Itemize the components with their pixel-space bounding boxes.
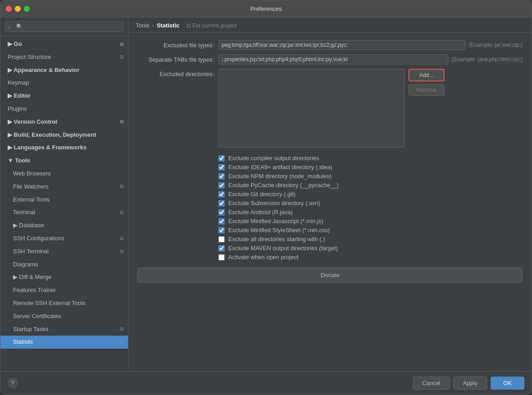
checkbox-row-exclude-idea9: Exclude IDEA9+ artifact directory (.idea…: [218, 164, 523, 171]
checkbox-row-exclude-android: Exclude Android (R.java): [218, 209, 523, 215]
maximize-button[interactable]: [24, 6, 30, 12]
separate-tabs-hint: (Example: java;php;html;css;): [452, 54, 523, 63]
exclude-dot-checkbox[interactable]: [218, 236, 225, 242]
sidebar-item-appearance[interactable]: ▶ Appearance & Behavior: [0, 64, 128, 77]
sidebar-label-ssh-terminal: SSH Terminal: [13, 247, 49, 256]
sidebar-arrow-database: ▶ Database: [13, 221, 44, 230]
minimize-button[interactable]: [15, 6, 21, 12]
sidebar-label-external-tools: External Tools: [13, 195, 49, 205]
search-box: [0, 18, 128, 36]
exclude-svn-checkbox[interactable]: [218, 200, 225, 206]
exclude-minified-css-checkbox[interactable]: [218, 227, 225, 233]
donate-button[interactable]: Donate: [137, 268, 523, 283]
sidebar-item-keymap[interactable]: Keymap: [0, 76, 128, 90]
sidebar-arrow-diff: ▶ Diff & Merge: [13, 273, 52, 282]
checkbox-row-exclude-pycache: Exclude PyCache directory (__pycache__): [218, 182, 523, 189]
sidebar-label-remote-ssh: Remote SSH External Tools: [13, 299, 85, 308]
sidebar-item-file-watchers[interactable]: File Watchers ⧉: [0, 180, 128, 193]
sidebar-item-features-trainer[interactable]: Features Trainer: [0, 284, 128, 297]
excluded-types-label: Excluded file types:: [137, 40, 218, 49]
exclude-idea9-label: Exclude IDEA9+ artifact directory (.idea…: [228, 164, 332, 171]
sidebar-arrow-go: ▶ Go: [8, 40, 22, 49]
sidebar: ▶ Go ⧉ Project Structure ⧉ ▶ Appearance …: [0, 18, 129, 371]
ok-button[interactable]: OK: [491, 377, 524, 390]
close-button[interactable]: [6, 6, 12, 12]
checkbox-row-exclude-maven: Exclude MAVEN output directories (target…: [218, 245, 523, 251]
sidebar-item-build[interactable]: ▶ Build, Execution, Deployment: [0, 129, 128, 142]
sidebar-item-server-certs[interactable]: Server Certificates: [0, 310, 128, 323]
footer-right: Cancel Apply OK: [413, 377, 524, 390]
copy-icon-fw: ⧉: [120, 183, 124, 191]
remove-button[interactable]: Remove: [408, 84, 444, 96]
excluded-types-hint: (Example: jar;war;zip;): [469, 40, 523, 48]
exclude-git-label: Exclude Git directory (.git): [228, 191, 296, 198]
sidebar-item-diagrams[interactable]: Diagrams: [0, 258, 128, 271]
excluded-dirs-textarea[interactable]: [218, 69, 405, 148]
sidebar-item-plugins[interactable]: Plugins: [0, 103, 128, 116]
excluded-dirs-container: Add... Remove: [218, 69, 444, 148]
exclude-android-checkbox[interactable]: [218, 209, 225, 215]
main-content: ▶ Go ⧉ Project Structure ⧉ ▶ Appearance …: [0, 18, 532, 371]
exclude-git-checkbox[interactable]: [218, 191, 225, 198]
copy-icon-ps: ⧉: [120, 53, 124, 61]
checkbox-row-exclude-dot: Exclude all directories starting with (.…: [218, 236, 523, 242]
footer: ? Cancel Apply OK: [0, 371, 532, 395]
dirs-buttons: Add... Remove: [408, 69, 444, 96]
sidebar-item-diff-merge[interactable]: ▶ Diff & Merge: [0, 271, 128, 284]
excluded-dirs-label: Excluded directories:: [137, 69, 218, 77]
exclude-compiler-checkbox[interactable]: [218, 155, 225, 162]
sidebar-label-ssh-config: SSH Configurations: [13, 234, 64, 243]
checkbox-row-exclude-minified-js: Exclude Minified Javascript (*.min.js): [218, 218, 523, 224]
activate-open-checkbox[interactable]: [218, 254, 225, 260]
checkbox-row-exclude-git: Exclude Git directory (.git): [218, 191, 523, 198]
sidebar-item-ssh-terminal[interactable]: SSH Terminal ⧉: [0, 245, 128, 258]
sidebar-arrow-vc: ▶ Version Control: [8, 117, 57, 127]
cancel-button[interactable]: Cancel: [413, 377, 450, 390]
titlebar: Preferences: [0, 0, 532, 18]
sidebar-item-version-control[interactable]: ▶ Version Control ⧉: [0, 116, 128, 129]
sidebar-label-web-browsers: Web Browsers: [13, 169, 51, 179]
sidebar-item-editor[interactable]: ▶ Editor: [0, 90, 128, 103]
excluded-types-row: Excluded file types: (Example: jar;war;z…: [137, 40, 523, 50]
help-button[interactable]: ?: [8, 378, 18, 388]
excluded-types-input[interactable]: [218, 40, 466, 50]
apply-button[interactable]: Apply: [453, 377, 487, 390]
search-input[interactable]: [5, 21, 124, 32]
sidebar-item-go[interactable]: ▶ Go ⧉: [0, 38, 128, 51]
breadcrumb-current: Statistic: [157, 22, 180, 29]
excluded-types-field: (Example: jar;war;zip;): [218, 40, 523, 50]
sidebar-arrow-tools: ▼ Tools: [8, 156, 30, 166]
exclude-npm-checkbox[interactable]: [218, 173, 225, 180]
sidebar-item-web-browsers[interactable]: Web Browsers: [0, 167, 128, 180]
exclude-compiler-label: Exclude compiler output directories: [228, 155, 319, 162]
window-title: Preferences: [250, 5, 282, 12]
exclude-dot-label: Exclude all directories starting with (.…: [228, 236, 325, 242]
sidebar-item-remote-ssh[interactable]: Remote SSH External Tools: [0, 297, 128, 310]
sidebar-item-project-structure[interactable]: Project Structure ⧉: [0, 51, 128, 64]
panel-body: Excluded file types: (Example: jar;war;z…: [129, 33, 532, 371]
sidebar-label-startup-tasks: Startup Tasks: [13, 325, 49, 334]
copy-icon-startup: ⧉: [120, 325, 124, 333]
copy-icon-ssht: ⧉: [120, 247, 124, 256]
separate-tabs-input[interactable]: [218, 54, 448, 64]
right-panel: Tools › Statistic ⊡ For current project …: [129, 18, 532, 371]
sidebar-item-tools[interactable]: ▼ Tools: [0, 154, 128, 167]
exclude-pycache-checkbox[interactable]: [218, 182, 225, 189]
sidebar-label-project-structure: Project Structure: [8, 53, 51, 62]
sidebar-item-languages[interactable]: ▶ Languages & Frameworks: [0, 141, 128, 154]
exclude-minified-js-checkbox[interactable]: [218, 218, 225, 224]
sidebar-item-terminal[interactable]: Terminal ⧉: [0, 206, 128, 219]
separate-tabs-label: Separate TABs file types:: [137, 54, 218, 63]
exclude-minified-css-label: Exclude Minified StyleSheet (*.min.css): [228, 227, 330, 233]
sidebar-item-ssh-config[interactable]: SSH Configurations ⧉: [0, 232, 128, 245]
exclude-idea9-checkbox[interactable]: [218, 164, 225, 171]
sidebar-list: ▶ Go ⧉ Project Structure ⧉ ▶ Appearance …: [0, 36, 128, 371]
sidebar-item-startup-tasks[interactable]: Startup Tasks ⧉: [0, 323, 128, 336]
checkboxes-section: Exclude compiler output directories Excl…: [218, 155, 523, 260]
add-button[interactable]: Add...: [408, 69, 444, 81]
sidebar-item-external-tools[interactable]: External Tools: [0, 193, 128, 206]
exclude-pycache-label: Exclude PyCache directory (__pycache__): [228, 182, 339, 189]
sidebar-item-database[interactable]: ▶ Database: [0, 219, 128, 232]
exclude-maven-checkbox[interactable]: [218, 245, 225, 251]
sidebar-item-statistic[interactable]: Statistic ⧉: [0, 336, 128, 349]
